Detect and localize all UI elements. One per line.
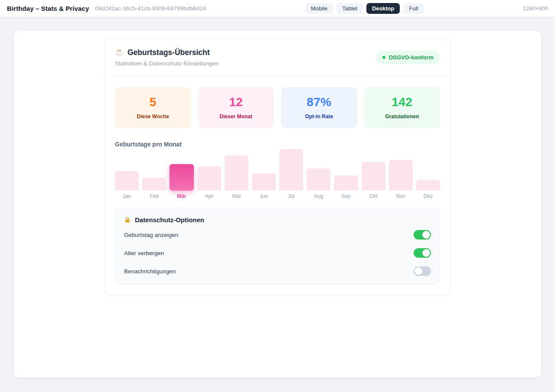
chart-bar-sep — [334, 175, 358, 191]
bar-area — [334, 149, 358, 191]
chart-column-aug: Aug — [307, 149, 330, 199]
page-title: Geburtstags-Übersicht — [127, 48, 210, 57]
card-body: 5Diese Woche12Dieser Monat87%Opt-in Rate… — [104, 77, 451, 295]
privacy-row-2: Benachrichtigungen — [124, 264, 431, 278]
preview-panel: Geburtstags-Übersicht Statistiken & Date… — [14, 31, 541, 378]
chart-bar-okt — [362, 162, 385, 191]
bar-area — [197, 149, 221, 191]
stat-card-0: 5Diese Woche — [115, 87, 191, 128]
chart-tick-label: Apr — [197, 193, 221, 199]
bar-area — [170, 149, 193, 191]
toggle-alter-verbergen[interactable] — [414, 248, 431, 258]
viewport-size-label: 1280×800 — [523, 5, 548, 12]
bar-area — [252, 149, 276, 191]
stat-card-1: 12Dieser Monat — [198, 87, 274, 128]
chart-tick-label: Feb — [142, 193, 166, 199]
window-title: Birthday – Stats & Privacy — [7, 5, 89, 12]
stat-label: Diese Woche — [118, 113, 188, 120]
chart-bar-nov — [389, 160, 413, 191]
birthday-cake-icon — [115, 49, 124, 57]
dsgvo-badge: DSGVO-konform — [376, 51, 440, 64]
privacy-option-label: Alter verbergen — [124, 250, 164, 256]
toggle-benachrichtigungen[interactable] — [414, 266, 431, 276]
bar-area — [279, 149, 303, 191]
bar-area — [416, 149, 440, 191]
chart-tick-label: Dez — [416, 193, 440, 199]
chart-title: Geburtstage pro Monat — [115, 141, 440, 148]
session-uuid: 09d241ac-36c5-41cb-9309-68799bdb6424 — [95, 5, 206, 12]
chart-column-mär: Mär — [170, 149, 193, 199]
chart-column-mai: Mai — [225, 149, 248, 199]
bar-area — [142, 149, 166, 191]
bar-area — [307, 149, 330, 191]
chart-column-okt: Okt — [362, 149, 385, 199]
stat-card-2: 87%Opt-in Rate — [281, 87, 357, 128]
privacy-row-0: Geburtstag anzeigen — [124, 228, 431, 242]
chart-column-jun: Jun — [252, 149, 276, 199]
stat-value: 87% — [284, 95, 354, 109]
chart-bar-jan — [115, 171, 139, 191]
card-header: Geburtstags-Übersicht Statistiken & Date… — [104, 39, 451, 76]
toggle-knob — [422, 231, 430, 239]
card-header-text: Geburtstags-Übersicht Statistiken & Date… — [115, 48, 219, 67]
top-bar: Birthday – Stats & Privacy 09d241ac-36c5… — [0, 0, 555, 17]
chart-column-jul: Jul — [279, 149, 303, 199]
stat-value: 142 — [368, 95, 437, 109]
bar-area — [362, 149, 385, 191]
privacy-options-box: Datenschutz-Optionen Geburtstag anzeigen… — [115, 208, 440, 285]
privacy-section-title: Datenschutz-Optionen — [135, 216, 204, 224]
privacy-row-1: Alter verbergen — [124, 246, 431, 260]
toggle-knob — [422, 249, 430, 257]
stat-value: 12 — [202, 95, 271, 109]
chart-column-apr: Apr — [197, 149, 221, 199]
stat-label: Opt-in Rate — [284, 113, 354, 120]
toggle-knob — [415, 267, 422, 275]
chart-bar-mär — [170, 164, 193, 191]
chart-tick-label: Aug — [307, 193, 330, 199]
chart-tick-label: Mär — [170, 193, 193, 199]
chart-bar-mai — [225, 156, 248, 191]
chart-tick-label: Okt — [362, 193, 385, 199]
device-button-full[interactable]: Full — [403, 3, 424, 14]
device-button-mobile[interactable]: Mobile — [305, 3, 333, 14]
chart-column-jan: Jan — [115, 149, 139, 199]
stats-grid: 5Diese Woche12Dieser Monat87%Opt-in Rate… — [115, 87, 440, 128]
privacy-rows: Geburtstag anzeigenAlter verbergenBenach… — [124, 228, 431, 278]
chart-bar-dez — [416, 180, 440, 191]
chart-bar-feb — [142, 178, 166, 191]
bar-area — [115, 149, 139, 191]
device-switcher: MobileTabletDesktopFull — [305, 3, 424, 14]
dsgvo-badge-label: DSGVO-konform — [389, 54, 434, 61]
stat-card-3: 142Gratulationen — [364, 87, 441, 128]
chart-column-dez: Dez — [416, 149, 440, 199]
chart-tick-label: Nov — [389, 193, 413, 199]
birthdays-per-month-chart: JanFebMärAprMaiJunJulAugSepOktNovDez — [115, 149, 440, 199]
device-button-tablet[interactable]: Tablet — [336, 3, 363, 14]
chart-column-sep: Sep — [334, 149, 358, 199]
chart-bar-apr — [197, 166, 221, 191]
chart-bar-aug — [307, 168, 330, 191]
device-button-desktop[interactable]: Desktop — [366, 3, 400, 14]
topbar-left: Birthday – Stats & Privacy 09d241ac-36c5… — [7, 5, 206, 12]
stat-value: 5 — [118, 95, 188, 109]
chart-tick-label: Jun — [252, 193, 276, 199]
page-subtitle: Statistiken & Datenschutz-Einstellungen — [115, 60, 219, 67]
chart-tick-label: Jul — [279, 193, 303, 199]
stat-label: Gratulationen — [368, 113, 437, 120]
stat-label: Dieser Monat — [202, 113, 271, 120]
chart-bar-jul — [279, 149, 303, 191]
chart-column-nov: Nov — [389, 149, 413, 199]
chart-tick-label: Mai — [225, 193, 248, 199]
status-dot-icon — [382, 56, 385, 59]
birthday-overview-card: Geburtstags-Übersicht Statistiken & Date… — [104, 38, 451, 295]
chart-bar-jun — [252, 173, 276, 191]
chart-tick-label: Jan — [115, 193, 139, 199]
toggle-geburtstag-anzeigen[interactable] — [414, 230, 431, 240]
chart-tick-label: Sep — [334, 193, 358, 199]
chart-column-feb: Feb — [142, 149, 166, 199]
bar-area — [389, 149, 413, 191]
privacy-option-label: Benachrichtigungen — [124, 268, 176, 275]
bar-area — [225, 149, 248, 191]
lock-icon — [124, 217, 131, 224]
privacy-option-label: Geburtstag anzeigen — [124, 232, 178, 238]
